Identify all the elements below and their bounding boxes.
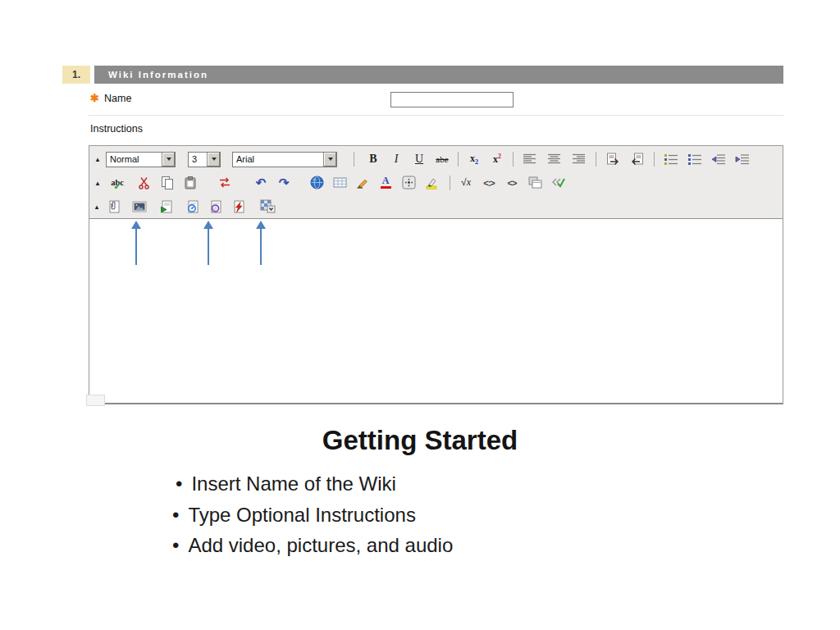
indent-button[interactable]	[730, 150, 754, 168]
rich-text-editor: ▴ Normal 3 Arial B I U abe	[89, 145, 783, 404]
scissors-icon	[138, 176, 151, 189]
paragraph-style-dropdown-button[interactable]	[162, 153, 175, 167]
document-arrow-left-icon	[630, 153, 645, 166]
highlighter-icon	[425, 176, 438, 189]
toolbar-separator	[354, 152, 354, 167]
bullet-list: •Insert Name of the Wiki •Type Optional …	[172, 468, 453, 561]
collapse-row2-icon[interactable]: ▴	[94, 179, 102, 187]
paragraph-style-select[interactable]: Normal	[106, 152, 176, 167]
paste-button[interactable]	[179, 174, 202, 192]
name-input[interactable]	[390, 92, 514, 107]
validate-button[interactable]	[546, 174, 569, 192]
attach-image-button[interactable]	[128, 198, 151, 216]
bullet-text: Add video, pictures, and audio	[188, 534, 453, 556]
spellcheck-button[interactable]: abc✓	[105, 174, 130, 192]
font-color-icon: A	[381, 176, 391, 189]
insert-table-button[interactable]	[328, 174, 351, 192]
preview-windows-icon	[528, 176, 542, 189]
document-arrow-right-button[interactable]	[600, 150, 625, 168]
font-size-select[interactable]: 3	[188, 152, 221, 167]
hyperlink-button[interactable]	[305, 174, 328, 192]
globe-icon	[310, 176, 324, 189]
collapse-row3-icon[interactable]: ▴	[93, 203, 101, 211]
underline-button[interactable]: U	[408, 150, 431, 168]
equation-button[interactable]: √x	[454, 174, 477, 192]
editor-resize-corner[interactable]	[86, 395, 105, 406]
redo-button[interactable]: ↷	[272, 174, 295, 192]
bullet-icon: •	[176, 472, 182, 495]
redo-icon: ↷	[279, 176, 290, 190]
outdent-button[interactable]	[706, 150, 730, 168]
align-right-icon	[573, 153, 586, 165]
bullet-icon: •	[172, 534, 179, 556]
remove-formatting-icon	[218, 176, 231, 189]
bold-button[interactable]: B	[362, 150, 385, 168]
callout-arrow-mashups	[255, 221, 267, 265]
undo-button[interactable]: ↶	[249, 174, 272, 192]
list-item: •Add video, pictures, and audio	[172, 530, 453, 561]
attach-quicktime-icon	[185, 200, 199, 213]
arrow-up-icon	[203, 221, 213, 229]
font-family-dropdown-button[interactable]	[323, 153, 336, 167]
attach-audio-button[interactable]	[203, 198, 226, 216]
section-divider	[89, 115, 783, 116]
arrow-up-icon	[131, 221, 141, 229]
paragraph-style-value: Normal	[107, 153, 162, 167]
attach-file-icon	[107, 200, 121, 213]
copy-button[interactable]	[156, 174, 179, 192]
mashups-button[interactable]	[253, 198, 282, 216]
list-item: •Type Optional Instructions	[172, 500, 453, 531]
attach-file-button[interactable]	[102, 198, 125, 216]
align-left-button[interactable]	[518, 150, 542, 168]
font-size-dropdown-button[interactable]	[207, 153, 220, 167]
align-center-icon	[548, 153, 561, 165]
font-size-value: 3	[189, 153, 207, 167]
subscript-button[interactable]: x2	[463, 150, 486, 168]
strikethrough-button[interactable]: abe	[431, 150, 454, 168]
superscript-button[interactable]: x2	[486, 150, 509, 168]
align-right-button[interactable]	[567, 150, 591, 168]
callout-arrow-audio	[203, 221, 214, 265]
numbered-list-button[interactable]	[659, 150, 682, 168]
highlight-button[interactable]	[420, 174, 443, 192]
insert-symbol-button[interactable]	[397, 174, 420, 192]
step-number: 1.	[72, 69, 80, 80]
draw-line-button[interactable]	[351, 174, 374, 192]
mathml-button[interactable]: <:>	[477, 174, 500, 192]
attach-video-button[interactable]	[154, 198, 177, 216]
section-header-bar: Wiki Information	[94, 66, 783, 84]
remove-formatting-button[interactable]	[213, 174, 236, 192]
italic-button[interactable]: I	[385, 150, 408, 168]
bullet-text: Insert Name of the Wiki	[191, 472, 395, 495]
section-title: Wiki Information	[108, 70, 208, 80]
step-number-box: 1.	[62, 66, 90, 84]
preview-button[interactable]	[523, 174, 546, 192]
html-source-button[interactable]: <>	[500, 174, 523, 192]
chevron-down-icon	[212, 158, 217, 161]
attach-quicktime-button[interactable]	[180, 198, 203, 216]
collapse-row1-icon[interactable]: ▴	[94, 155, 102, 163]
bold-icon: B	[369, 153, 377, 166]
editor-content-area[interactable]	[89, 219, 783, 403]
font-color-button[interactable]: A	[374, 174, 397, 192]
outdent-icon	[711, 153, 726, 166]
equation-icon: √x	[461, 176, 471, 189]
callout-arrow-image	[130, 221, 142, 265]
pencil-icon	[356, 176, 369, 189]
cut-button[interactable]	[133, 174, 156, 192]
font-family-select[interactable]: Arial	[232, 152, 337, 167]
align-center-button[interactable]	[542, 150, 567, 168]
symbol-box-icon	[402, 176, 416, 189]
paste-icon	[184, 176, 197, 189]
document-arrow-left-button[interactable]	[625, 150, 650, 168]
bulleted-list-icon	[687, 153, 702, 166]
editor-toolbar: ▴ Normal 3 Arial B I U abe	[89, 146, 783, 219]
validate-check-icon	[551, 176, 565, 189]
attach-flash-button[interactable]	[226, 198, 249, 216]
mashups-icon	[260, 199, 276, 213]
arrow-stem	[260, 229, 262, 265]
spellcheck-icon: abc✓	[111, 178, 124, 187]
toolbar-separator	[596, 152, 596, 167]
bulleted-list-button[interactable]	[682, 150, 706, 168]
toolbar-row-1: ▴ Normal 3 Arial B I U abe	[89, 146, 783, 170]
